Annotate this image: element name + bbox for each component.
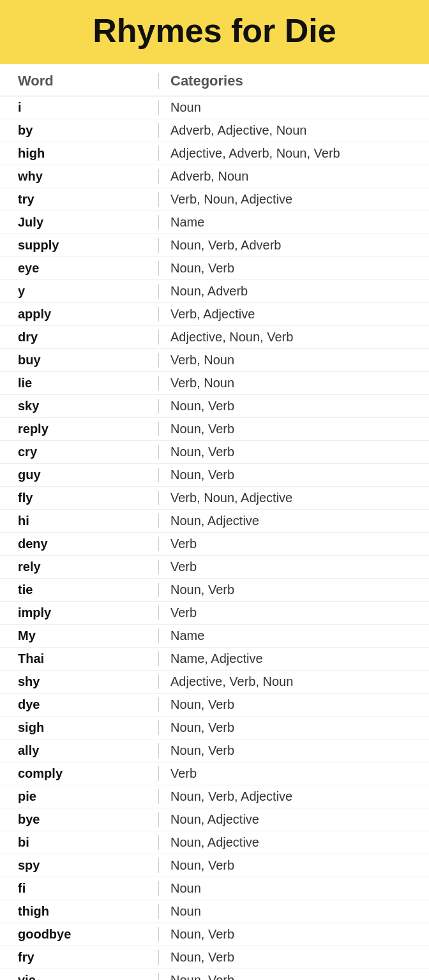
table-row: fryNoun, Verb	[0, 946, 429, 969]
word-cell: high	[0, 146, 158, 161]
table-row: buyVerb, Noun	[0, 349, 429, 372]
table-row: implyVerb	[0, 602, 429, 625]
table-row: ThaiName, Adjective	[0, 648, 429, 671]
table-row: thighNoun	[0, 900, 429, 923]
word-cell: fi	[0, 881, 158, 896]
word-cell: lie	[0, 376, 158, 390]
word-cell: My	[0, 628, 158, 643]
table-row: complyVerb	[0, 762, 429, 785]
word-cell: ally	[0, 743, 158, 758]
word-cell: dry	[0, 330, 158, 345]
page-header: Rhymes for Die	[0, 0, 429, 64]
categories-cell: Noun, Verb	[159, 422, 429, 436]
table-row: JulyName	[0, 211, 429, 234]
word-column-header: Word	[0, 73, 158, 89]
categories-cell: Noun, Adjective	[159, 514, 429, 528]
word-cell: bye	[0, 812, 158, 827]
categories-cell: Verb	[159, 605, 429, 620]
categories-cell: Noun, Adverb	[159, 284, 429, 299]
table-row: skyNoun, Verb	[0, 395, 429, 418]
categories-cell: Noun	[159, 881, 429, 896]
word-cell: hi	[0, 514, 158, 528]
categories-cell: Name	[159, 215, 429, 230]
word-cell: reply	[0, 422, 158, 436]
categories-cell: Adverb, Adjective, Noun	[159, 123, 429, 138]
word-cell: vie	[0, 973, 158, 980]
table-row: spyNoun, Verb	[0, 854, 429, 877]
table-row: supplyNoun, Verb, Adverb	[0, 234, 429, 257]
word-cell: y	[0, 284, 158, 299]
categories-cell: Noun, Verb	[159, 468, 429, 482]
word-cell: dye	[0, 697, 158, 712]
table-row: iNoun	[0, 96, 429, 119]
categories-cell: Noun, Verb	[159, 445, 429, 459]
word-cell: by	[0, 123, 158, 138]
categories-cell: Adverb, Noun	[159, 169, 429, 184]
categories-cell: Name, Adjective	[159, 651, 429, 666]
table-row: dryAdjective, Noun, Verb	[0, 326, 429, 349]
table-row: dyeNoun, Verb	[0, 694, 429, 716]
word-cell: Thai	[0, 651, 158, 666]
categories-cell: Noun, Adjective	[159, 835, 429, 850]
categories-cell: Verb	[159, 560, 429, 574]
categories-cell: Adjective, Verb, Noun	[159, 674, 429, 689]
table-row: guyNoun, Verb	[0, 464, 429, 487]
categories-cell: Noun, Verb	[159, 399, 429, 413]
word-cell: try	[0, 192, 158, 207]
categories-cell: Noun, Verb, Adjective	[159, 789, 429, 804]
word-cell: July	[0, 215, 158, 230]
word-cell: cry	[0, 445, 158, 459]
word-cell: spy	[0, 858, 158, 873]
column-headers: Word Categories	[0, 64, 429, 96]
word-cell: deny	[0, 537, 158, 551]
categories-cell: Verb, Adjective	[159, 307, 429, 322]
table-row: eyeNoun, Verb	[0, 257, 429, 280]
categories-cell: Verb, Noun	[159, 376, 429, 390]
categories-cell: Noun, Verb	[159, 950, 429, 965]
categories-cell: Noun, Adjective	[159, 812, 429, 827]
table-row: whyAdverb, Noun	[0, 165, 429, 188]
table-row: pieNoun, Verb, Adjective	[0, 785, 429, 808]
categories-cell: Noun	[159, 100, 429, 115]
word-cell: shy	[0, 674, 158, 689]
categories-cell: Noun, Verb, Adverb	[159, 238, 429, 253]
word-cell: comply	[0, 766, 158, 781]
table-row: byAdverb, Adjective, Noun	[0, 119, 429, 142]
categories-cell: Verb, Noun, Adjective	[159, 192, 429, 207]
word-cell: bi	[0, 835, 158, 850]
table-row: denyVerb	[0, 533, 429, 556]
word-cell: imply	[0, 605, 158, 620]
table-row: lieVerb, Noun	[0, 372, 429, 395]
table-row: highAdjective, Adverb, Noun, Verb	[0, 142, 429, 165]
word-cell: supply	[0, 238, 158, 253]
categories-cell: Noun, Verb	[159, 720, 429, 735]
word-cell: buy	[0, 353, 158, 368]
categories-cell: Verb	[159, 766, 429, 781]
categories-cell: Verb, Noun, Adjective	[159, 491, 429, 505]
categories-cell: Noun, Verb	[159, 697, 429, 712]
word-cell: fry	[0, 950, 158, 965]
table-row: vieNoun, Verb	[0, 969, 429, 980]
word-cell: thigh	[0, 904, 158, 919]
categories-cell: Verb, Noun	[159, 353, 429, 368]
table-row: allyNoun, Verb	[0, 739, 429, 762]
table-row: sighNoun, Verb	[0, 716, 429, 739]
categories-cell: Verb	[159, 537, 429, 551]
table-row: relyVerb	[0, 556, 429, 579]
word-cell: sky	[0, 399, 158, 413]
table-row: cryNoun, Verb	[0, 441, 429, 464]
table-row: yNoun, Adverb	[0, 280, 429, 303]
word-cell: goodbye	[0, 927, 158, 942]
table-row: goodbyeNoun, Verb	[0, 923, 429, 946]
table-row: tieNoun, Verb	[0, 579, 429, 602]
word-cell: pie	[0, 789, 158, 804]
table-row: shyAdjective, Verb, Noun	[0, 671, 429, 694]
table-row: flyVerb, Noun, Adjective	[0, 487, 429, 510]
categories-cell: Adjective, Noun, Verb	[159, 330, 429, 345]
word-cell: eye	[0, 261, 158, 276]
word-cell: tie	[0, 583, 158, 597]
categories-column-header: Categories	[159, 73, 429, 89]
table-row: fiNoun	[0, 877, 429, 900]
categories-cell: Noun, Verb	[159, 858, 429, 873]
word-cell: apply	[0, 307, 158, 322]
